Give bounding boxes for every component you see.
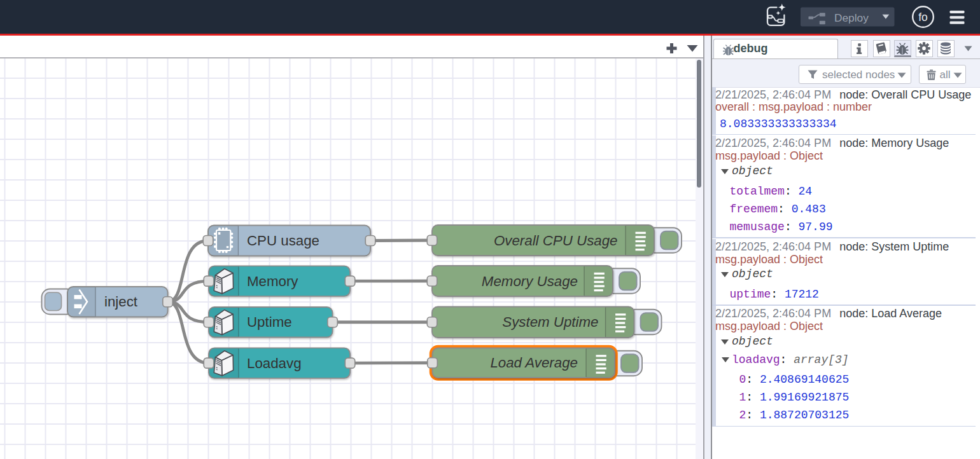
svg-text:Load Average: Load Average <box>490 355 578 371</box>
svg-text:System Uptime: System Uptime <box>502 314 598 330</box>
svg-text:Loadavg: Loadavg <box>247 355 302 371</box>
svg-text:Deploy: Deploy <box>834 11 869 24</box>
svg-text:inject: inject <box>104 294 138 310</box>
svg-text:Overall CPU Usage: Overall CPU Usage <box>494 233 618 249</box>
svg-text:Memory Usage: Memory Usage <box>482 273 578 289</box>
svg-text:Uptime: Uptime <box>247 314 292 330</box>
svg-text:Memory: Memory <box>247 273 298 289</box>
svg-text:CPU usage: CPU usage <box>247 233 319 249</box>
svg-text:fo: fo <box>918 11 928 24</box>
